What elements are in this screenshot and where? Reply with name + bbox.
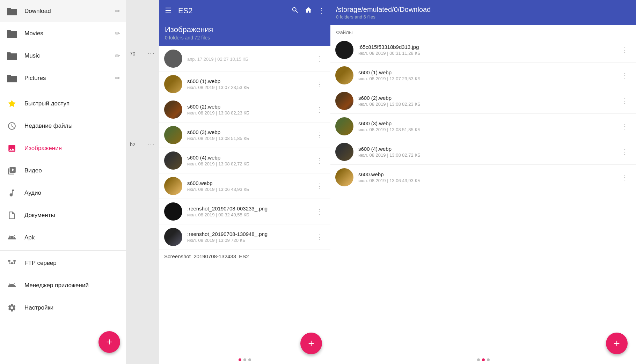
file-more-icon[interactable]: ⋮ xyxy=(619,121,631,132)
file-info: s600 (1).webp июл. 08 2019 | 13:07 23,53… xyxy=(358,69,619,81)
file-info: s600 (3).webp июл. 08 2019 | 13:08 51,85… xyxy=(358,120,619,132)
sidebar-item-settings[interactable]: Настройки xyxy=(0,297,126,319)
sidebar-item-movies[interactable]: Movies ✏ xyxy=(0,22,126,45)
file-info: s600 (2).webp июл. 08 2019 | 13:08 82,23… xyxy=(358,95,619,107)
list-item[interactable]: s600.webp июл. 08 2019 | 13:06 43,93 КБ … xyxy=(159,173,330,199)
list-item[interactable]: s600 (1).webp июл. 08 2019 | 13:07 23,53… xyxy=(159,72,330,97)
file-info: s600 (2).webp июл. 08 2019 | 13:08 82,23… xyxy=(187,104,313,116)
middle-fab-button[interactable]: + xyxy=(300,333,322,354)
middle-file-list: апр. 17 2019 | 02:27 10,15 КБ ⋮ s600 (1)… xyxy=(159,46,330,356)
list-item[interactable]: s600 (3).webp июл. 08 2019 | 13:08 51,85… xyxy=(330,114,636,139)
right-section-label: Файлы xyxy=(330,25,636,37)
file-more-icon[interactable]: ⋮ xyxy=(619,146,631,157)
file-more-icon[interactable]: ⋮ xyxy=(313,155,326,166)
sidebar-item-video[interactable]: Видео xyxy=(0,159,126,182)
right-panel: /storage/emulated/0/Download 0 folders a… xyxy=(330,0,636,364)
folder-icon-music xyxy=(6,50,18,62)
file-info: s600.webp июл. 08 2019 | 13:06 43,93 КБ xyxy=(187,180,313,192)
right-pager-dot-active xyxy=(482,358,485,361)
list-item[interactable]: :reenshot_20190708-003233_.png июл. 08 2… xyxy=(159,199,330,224)
file-thumbnail xyxy=(335,117,353,135)
file-meta: июл. 08 2019 | 00:32 49,55 КБ xyxy=(187,212,313,217)
list-item[interactable]: s600.webp июл. 08 2019 | 13:06 43,93 КБ … xyxy=(330,165,636,190)
file-meta: июл. 08 2019 | 13:08 51,85 КБ xyxy=(187,136,313,141)
file-more-icon[interactable]: ⋮ xyxy=(313,231,326,243)
sidebar-item-recent[interactable]: Недавние файлы xyxy=(0,115,126,137)
file-more-icon[interactable]: ⋮ xyxy=(619,172,631,183)
list-item[interactable]: Screenshot_20190708-132433_ES2 xyxy=(159,250,330,263)
sidebar-item-appmanager[interactable]: Менеджер приложений xyxy=(0,274,126,297)
list-item[interactable]: s600 (3).webp июл. 08 2019 | 13:08 51,85… xyxy=(159,122,330,148)
file-meta: июл. 08 2019 | 00:31 11,28 КБ xyxy=(358,51,619,56)
file-name: s600 (2).webp xyxy=(187,104,313,110)
file-meta: июл. 08 2019 | 13:08 82,23 КБ xyxy=(187,110,313,116)
list-item[interactable]: апр. 17 2019 | 02:27 10,15 КБ ⋮ xyxy=(159,46,330,72)
list-item[interactable]: :65c815f53318b9d313.jpg июл. 08 2019 | 0… xyxy=(330,37,636,63)
sidebar-item-download[interactable]: Download ✏ xyxy=(0,0,126,22)
more-vert-icon[interactable]: ⋮ xyxy=(318,6,325,16)
file-more-icon[interactable]: ⋮ xyxy=(313,206,326,217)
sidebar-label-settings: Настройки xyxy=(24,304,53,311)
file-more-icon[interactable]: ⋮ xyxy=(619,70,631,81)
sidebar: Download ✏ Movies ✏ Music ✏ Pictures ✏ xyxy=(0,0,126,364)
file-more-icon[interactable]: ⋮ xyxy=(619,44,631,55)
file-thumbnail xyxy=(164,151,182,170)
list-item[interactable]: s600 (2).webp июл. 08 2019 | 13:08 82,23… xyxy=(159,97,330,122)
hamburger-icon[interactable]: ☰ xyxy=(165,6,172,15)
file-more-icon[interactable]: ⋮ xyxy=(313,104,326,115)
file-meta: июл. 08 2019 | 13:07 23,53 КБ xyxy=(358,76,619,81)
file-info: s600 (4).webp июл. 08 2019 | 13:08 82,72… xyxy=(358,146,619,158)
edit-icon[interactable]: ✏ xyxy=(115,7,120,15)
sidebar-item-ftp[interactable]: FTP сервер xyxy=(0,252,126,274)
file-more-icon[interactable]: ⋮ xyxy=(313,53,326,64)
sidebar-fab-button[interactable]: + xyxy=(98,331,120,353)
sidebar-label-audio: Аудио xyxy=(24,190,41,196)
middle-header: ☰ ES2 ⋮ xyxy=(159,0,330,22)
sidebar-item-apk[interactable]: Apk xyxy=(0,226,126,249)
file-thumbnail xyxy=(164,101,182,119)
secondary-item-70: 70 ⋮ xyxy=(126,47,159,60)
file-thumbnail xyxy=(164,202,182,221)
folder-icon xyxy=(6,5,18,17)
file-more-icon[interactable]: ⋮ xyxy=(313,129,326,141)
file-name: s600 (1).webp xyxy=(358,69,619,75)
search-icon[interactable] xyxy=(291,6,299,16)
sidebar-item-docs[interactable]: Документы xyxy=(0,204,126,226)
edit-icon-music[interactable]: ✏ xyxy=(115,52,120,60)
file-more-icon[interactable]: ⋮ xyxy=(313,79,326,90)
doc-icon xyxy=(6,209,18,222)
more-dots-b2[interactable]: ⋮ xyxy=(147,141,155,148)
path-title: /storage/emulated/0/Download xyxy=(336,6,630,14)
sidebar-label-pictures: Pictures xyxy=(24,75,115,82)
file-meta: июл. 08 2019 | 13:09 720 КБ xyxy=(187,238,313,243)
more-dots-70[interactable]: ⋮ xyxy=(147,50,155,57)
edit-icon-pictures[interactable]: ✏ xyxy=(115,74,120,82)
sidebar-item-audio[interactable]: Аудио xyxy=(0,182,126,204)
list-item[interactable]: s600 (2).webp июл. 08 2019 | 13:08 82,23… xyxy=(330,88,636,114)
sidebar-item-images[interactable]: Изображения xyxy=(0,137,126,159)
file-name: s600 (2).webp xyxy=(358,95,619,101)
sidebar-item-quick-access[interactable]: Быстрый доступ xyxy=(0,92,126,115)
sidebar-label-video: Видео xyxy=(24,167,42,174)
file-name: s600 (4).webp xyxy=(187,155,313,161)
edit-icon-movies[interactable]: ✏ xyxy=(115,30,120,37)
home-icon[interactable] xyxy=(305,6,312,16)
file-thumbnail xyxy=(335,66,353,84)
list-item[interactable]: s600 (4).webp июл. 08 2019 | 13:08 82,72… xyxy=(330,139,636,165)
right-fab-button[interactable]: + xyxy=(606,333,628,354)
sidebar-label-images: Изображения xyxy=(24,145,62,152)
file-more-icon[interactable]: ⋮ xyxy=(619,95,631,106)
sidebar-item-pictures[interactable]: Pictures ✏ xyxy=(0,67,126,89)
app-title: ES2 xyxy=(178,6,291,15)
file-thumbnail xyxy=(164,126,182,144)
list-item[interactable]: s600 (4).webp июл. 08 2019 | 13:08 82,72… xyxy=(159,148,330,173)
list-item[interactable]: s600 (1).webp июл. 08 2019 | 13:07 23,53… xyxy=(330,63,636,88)
file-thumbnail xyxy=(335,168,353,186)
sidebar-label-recent: Недавние файлы xyxy=(24,122,73,129)
sidebar-item-music[interactable]: Music ✏ xyxy=(0,45,126,67)
header-icons: ⋮ xyxy=(291,6,325,16)
file-thumbnail xyxy=(335,92,353,110)
sidebar-label-appmanager: Менеджер приложений xyxy=(24,282,89,289)
list-item[interactable]: :reenshot_20190708-130948_.png июл. 08 2… xyxy=(159,224,330,250)
file-more-icon[interactable]: ⋮ xyxy=(313,180,326,192)
